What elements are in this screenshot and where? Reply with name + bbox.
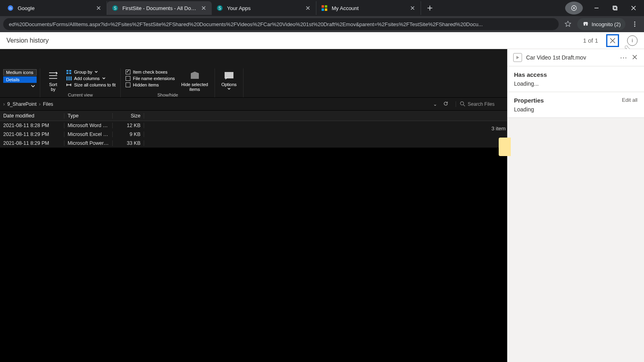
browser-tab-sharepoint-docs[interactable]: S FirstSite - Documents - All Docu	[107, 1, 212, 15]
svg-point-14	[634, 22, 636, 23]
microsoft-icon	[321, 5, 328, 11]
layout-details[interactable]: Details	[3, 76, 37, 83]
svg-rect-24	[225, 72, 233, 78]
browser-tab-google[interactable]: G Google	[2, 1, 107, 15]
size-columns-button[interactable]: Size all columns to fit	[64, 82, 117, 88]
svg-point-15	[634, 24, 636, 25]
address-bar[interactable]: ed%20Documents/Forms/AllItems.aspx?id=%2…	[3, 18, 559, 30]
tab-label: FirstSite - Documents - All Docu	[122, 5, 196, 11]
details-panel: 3 item Car Video 1st Draft.mov ⋯ Has acc…	[507, 49, 644, 362]
minimize-button[interactable]	[588, 2, 605, 14]
history-dropdown-icon[interactable]: ⌄	[430, 101, 440, 107]
checkbox-icon	[126, 70, 130, 74]
svg-text:S: S	[114, 6, 117, 10]
table-row[interactable]: 2021-08-11 8:29 PM Microsoft PowerP... 3…	[0, 139, 507, 148]
refresh-icon[interactable]	[440, 101, 451, 107]
browser-tab-my-account[interactable]: My Account	[316, 1, 421, 15]
search-icon	[460, 101, 465, 107]
window-close-button[interactable]	[625, 2, 642, 14]
properties-heading: Properties	[514, 97, 622, 104]
svg-rect-21	[66, 76, 68, 80]
close-icon[interactable]	[409, 5, 416, 11]
more-actions-icon[interactable]: ⋯	[620, 53, 627, 62]
options-icon	[223, 70, 235, 81]
svg-rect-22	[68, 76, 70, 80]
checkbox-icon	[126, 82, 130, 87]
close-details-icon[interactable]	[631, 54, 638, 61]
hidden-items-toggle[interactable]: Hidden items	[124, 82, 176, 88]
properties-value: Loading	[514, 106, 622, 113]
bookmark-star-icon[interactable]	[562, 18, 574, 30]
hide-selected-button[interactable]: Hide selected items	[178, 69, 211, 93]
details-panel-header: Car Video 1st Draft.mov ⋯	[508, 49, 644, 66]
svg-rect-13	[614, 7, 617, 10]
svg-text:G: G	[9, 6, 12, 10]
sharepoint-icon: S	[217, 5, 223, 11]
options-button[interactable]: Options	[218, 69, 240, 91]
close-version-history-button[interactable]	[606, 34, 619, 47]
ribbon-group-label: Current view	[43, 93, 117, 99]
explorer-window: Medium icons Details Sort by	[0, 49, 507, 362]
svg-rect-19	[66, 72, 68, 74]
info-icon[interactable]: i	[627, 35, 638, 46]
svg-rect-17	[66, 70, 68, 72]
edit-all-link[interactable]: Edit all	[622, 97, 638, 103]
col-date[interactable]: Date modified	[0, 113, 64, 119]
item-checkboxes-toggle[interactable]: Item check boxes	[124, 69, 176, 75]
hide-icon	[188, 70, 201, 81]
page-title: Version history	[6, 37, 49, 44]
svg-rect-9	[325, 8, 327, 11]
page-body: Medium icons Details Sort by	[0, 49, 644, 362]
ribbon-tab-strip	[0, 49, 507, 68]
has-access-section: Has access Loading...	[508, 66, 644, 92]
svg-point-16	[634, 26, 636, 27]
table-row[interactable]: 2021-08-11 8:28 PM Microsoft Word D... 1…	[0, 121, 507, 130]
fit-icon	[66, 82, 72, 87]
close-icon[interactable]	[305, 5, 311, 11]
close-icon[interactable]	[200, 5, 207, 11]
svg-point-25	[460, 102, 464, 105]
version-counter: 1 of 1	[583, 37, 598, 44]
table-row[interactable]: 2021-08-11 8:29 PM Microsoft Excel W... …	[0, 130, 507, 139]
browser-tab-your-apps[interactable]: S Your Apps	[212, 1, 316, 15]
svg-point-11	[573, 7, 575, 9]
incognito-label: Incognito (2)	[592, 21, 621, 27]
incognito-icon	[582, 21, 589, 28]
has-access-value: Loading...	[514, 80, 638, 87]
tab-label: Your Apps	[227, 5, 301, 11]
explorer-search-input[interactable]: Search Files	[456, 101, 504, 107]
close-icon[interactable]	[95, 5, 102, 11]
video-file-icon	[513, 53, 522, 62]
layout-more-dropdown[interactable]	[3, 84, 37, 88]
svg-rect-23	[70, 76, 72, 80]
incognito-indicator[interactable]: Incognito (2)	[577, 18, 625, 30]
svg-rect-6	[322, 5, 324, 8]
col-size[interactable]: Size	[113, 113, 144, 119]
version-history-bar: Version history 1 of 1 i	[0, 32, 644, 49]
browser-toolbar: ed%20Documents/Forms/AllItems.aspx?id=%2…	[0, 16, 644, 32]
group-by-button[interactable]: Group by	[64, 69, 117, 75]
google-icon: G	[7, 5, 14, 11]
profile-icon[interactable]	[565, 2, 583, 14]
browser-menu-icon[interactable]	[629, 18, 641, 30]
add-columns-button[interactable]: Add columns	[64, 76, 117, 81]
window-controls	[565, 0, 644, 16]
svg-rect-18	[69, 70, 71, 72]
breadcrumb-files[interactable]: Files	[41, 101, 56, 107]
folder-thumbnail	[499, 125, 511, 162]
maximize-button[interactable]	[606, 2, 624, 14]
svg-rect-7	[325, 5, 327, 8]
layout-medium-icons[interactable]: Medium icons	[3, 69, 37, 76]
file-extensions-toggle[interactable]: File name extensions	[124, 76, 176, 81]
new-tab-button[interactable]	[424, 2, 436, 14]
table-header: Date modified Type Size	[0, 111, 507, 121]
file-table: Date modified Type Size 2021-08-11 8:28 …	[0, 111, 507, 148]
has-access-heading: Has access	[514, 71, 638, 78]
sort-by-button[interactable]: Sort by	[43, 69, 63, 93]
svg-text:S: S	[219, 6, 221, 10]
breadcrumb-sharepoint[interactable]: 9_SharePoint	[5, 101, 39, 107]
svg-rect-12	[613, 6, 616, 9]
tab-label: My Account	[332, 5, 405, 11]
svg-rect-20	[69, 72, 71, 74]
col-type[interactable]: Type	[64, 113, 113, 119]
